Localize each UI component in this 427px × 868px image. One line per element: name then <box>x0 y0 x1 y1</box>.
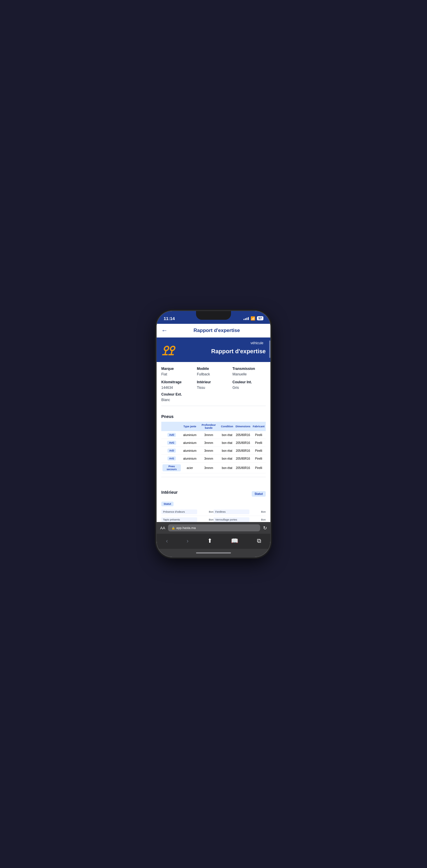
tires-section: Pneus Type jante Profondeur bande Condit… <box>156 414 271 485</box>
bookmarks-button[interactable]: 📖 <box>229 536 240 545</box>
modele-item: Modèle Fullback <box>197 367 230 377</box>
tire-condition-cell: bon état <box>220 431 234 439</box>
tire-label-cell: ArD <box>161 447 182 455</box>
scroll-content[interactable]: véhicule ꔌꔌ Rapport d'expertise Marque F… <box>156 338 271 522</box>
kilometrage-item: Kilométrage 144634 <box>161 380 195 390</box>
url-bar[interactable]: 🔒 app.hasta.ma <box>168 524 260 531</box>
tire-condition-cell: bon état <box>220 439 234 447</box>
tire-fabricant-cell: Pirelli <box>251 439 266 447</box>
tire-profondeur-cell: 3mmm <box>198 431 220 439</box>
table-row: AvD aluminium 3mmm bon état 205/80R16 Pi… <box>161 431 266 439</box>
wifi-icon: 📶 <box>251 316 255 321</box>
status-bar: 11:14 📶 97 <box>156 311 271 324</box>
signal-bars-icon <box>244 316 249 320</box>
interior-right-label: Fenêtres <box>214 509 249 514</box>
bottom-nav: ‹ › ⬆ 📖 ⧉ <box>156 534 271 549</box>
back-button[interactable]: ← <box>161 327 168 334</box>
tire-dimensions-cell: 205/80R16 <box>234 463 251 473</box>
interior-section: Intérieur Statut Statut Présence d'odeur… <box>156 485 271 522</box>
tire-profondeur-cell: 3mmm <box>198 463 220 473</box>
divider-2 <box>161 477 266 477</box>
interior-left-value: Bon <box>199 510 214 513</box>
tire-label-cell: AvG <box>161 439 182 447</box>
interieur-value: Tissu <box>197 385 205 390</box>
status-time: 11:14 <box>164 316 175 321</box>
vehicule-label: véhicule <box>251 341 263 345</box>
modele-value: Fullback <box>197 372 210 376</box>
table-row: ArD aluminium 3mmm bon état 205/80R16 Pi… <box>161 447 266 455</box>
tire-dimensions-cell: 205/80R16 <box>234 431 251 439</box>
transmission-value: Manuelle <box>232 372 247 376</box>
couleur-ext-value: Blanc <box>161 398 170 402</box>
tire-profondeur-cell: 3mmm <box>198 447 220 455</box>
phone-frame: 11:14 📶 97 ← Rapport d'expertise véhicul <box>156 311 271 557</box>
tires-col-profondeur: Profondeur bande <box>198 422 220 431</box>
interior-grid: Statut Présence d'odeurs Bon Tapis prése… <box>161 500 266 522</box>
signal-bar-1 <box>244 319 245 320</box>
interieur-item: Intérieur Tissu <box>197 380 230 390</box>
couleur-int-label: Couleur Int. <box>232 380 266 384</box>
page-title: Rapport d'expertise <box>168 328 266 334</box>
couleur-int-item: Couleur Int. Gris <box>232 380 266 390</box>
browser-aa[interactable]: AA <box>160 526 165 530</box>
interior-left-statut-label: Statut <box>161 502 174 506</box>
signal-bar-4 <box>248 317 249 320</box>
tire-type-jante-cell: aluminium <box>182 431 198 439</box>
share-button[interactable]: ⬆ <box>205 536 215 545</box>
transmission-item: Transmission Manuelle <box>232 367 266 377</box>
home-indicator <box>156 549 271 557</box>
marque-item: Marque Fiat <box>161 367 195 377</box>
list-item: Tapis présents Bon <box>161 516 214 522</box>
tires-section-title: Pneus <box>161 414 266 419</box>
interior-right-col: Fenêtres Bon Verrouillage portes Bon Cei… <box>214 500 266 522</box>
report-title-header: Rapport d'expertise <box>174 348 266 355</box>
tires-col-condition: Condition <box>220 422 234 431</box>
tire-profondeur-cell: 3mmm <box>198 455 220 463</box>
table-row: Pneu secours acier 3mmm bon état 205/80R… <box>161 463 266 473</box>
tire-fabricant-cell: Pirelli <box>251 455 266 463</box>
tire-profondeur-cell: 3mmm <box>198 439 220 447</box>
marque-label: Marque <box>161 367 195 371</box>
tire-type-jante-cell: acier <box>182 463 198 473</box>
tire-label-cell: Pneu secours <box>161 463 182 473</box>
browser-bar: AA 🔒 app.hasta.ma ↻ <box>156 522 271 534</box>
interior-right-value: Bon <box>251 510 266 513</box>
list-item: Verrouillage portes Bon <box>214 516 266 522</box>
home-bar <box>196 552 231 554</box>
modele-label: Modèle <box>197 367 230 371</box>
interieur-label: Intérieur <box>197 380 230 384</box>
tire-condition-cell: bon état <box>220 463 234 473</box>
tires-table: Type jante Profondeur bande Condition Di… <box>161 422 266 473</box>
logo-area: ꔌꔌ Rapport d'expertise <box>161 345 266 358</box>
tire-condition-cell: bon état <box>220 447 234 455</box>
browser-back-button[interactable]: ‹ <box>164 536 170 545</box>
battery-indicator: 97 <box>257 316 263 320</box>
tire-type-jante-cell: aluminium <box>182 455 198 463</box>
couleur-int-value: Gris <box>232 385 239 390</box>
transmission-label: Transmission <box>232 367 266 371</box>
tire-fabricant-cell: Pirelli <box>251 431 266 439</box>
marque-value: Fiat <box>161 372 167 376</box>
interior-section-title: Intérieur <box>161 490 178 495</box>
interior-right-value: Bon <box>251 518 266 521</box>
couleur-ext-item: Couleur Ext. Blanc <box>161 392 266 402</box>
reload-button[interactable]: ↻ <box>263 525 267 531</box>
interior-right-label: Verrouillage portes <box>214 517 249 522</box>
tabs-button[interactable]: ⧉ <box>255 536 263 545</box>
browser-forward-button[interactable]: › <box>184 536 191 545</box>
interior-left-label: Tapis présents <box>161 517 197 522</box>
tire-dimensions-cell: 205/80R16 <box>234 439 251 447</box>
tire-fabricant-cell: Pirelli <box>251 463 266 473</box>
tire-fabricant-cell: Pirelli <box>251 447 266 455</box>
signal-bar-2 <box>245 318 246 320</box>
tire-condition-cell: bon état <box>220 455 234 463</box>
tire-label-cell: AvD <box>161 431 182 439</box>
status-icons: 📶 97 <box>244 316 263 321</box>
table-row: AvG aluminium 3mmm bon état 205/80R16 Pi… <box>161 439 266 447</box>
kilometrage-label: Kilométrage <box>161 380 195 384</box>
report-header: véhicule ꔌꔌ Rapport d'expertise <box>156 338 271 362</box>
tires-col-empty <box>161 422 182 431</box>
hasta-logo: ꔌꔌ <box>161 345 174 358</box>
interior-left-col: Statut Présence d'odeurs Bon Tapis prése… <box>161 500 214 522</box>
tires-col-dimensions: Dimensions <box>234 422 251 431</box>
